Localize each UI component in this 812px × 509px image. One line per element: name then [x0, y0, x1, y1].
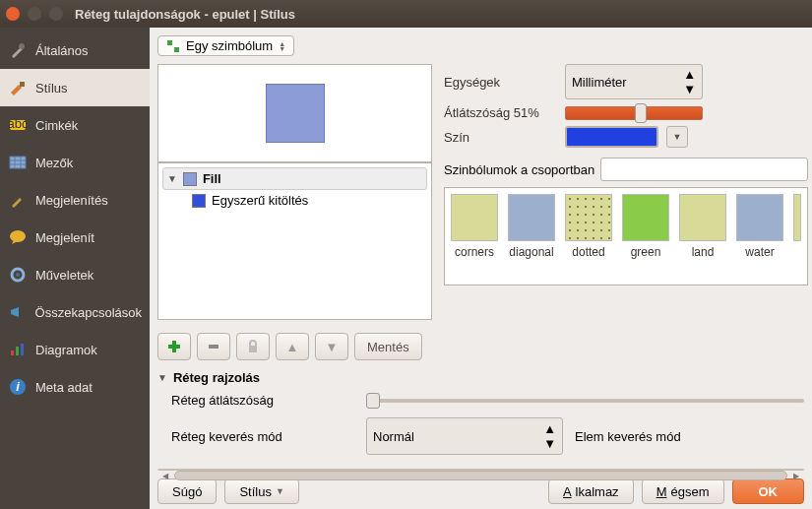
- thumb-corners[interactable]: corners: [451, 194, 498, 279]
- sidebar-item-labels[interactable]: abc Cimkék: [0, 106, 150, 144]
- color-label: Szín: [444, 130, 557, 145]
- symbol-layer-tree[interactable]: ▼ Fill Egyszerű kitöltés: [157, 162, 432, 320]
- triangle-up-icon: ▲: [286, 340, 299, 354]
- symbols-group-input[interactable]: [600, 158, 808, 181]
- thumb-diagonal[interactable]: diagonal: [508, 194, 555, 279]
- opacity-slider[interactable]: [565, 106, 703, 120]
- scroll-left-icon[interactable]: ◀: [158, 470, 172, 481]
- sidebar-label: Általános: [35, 43, 88, 58]
- units-label: Egységek: [444, 75, 557, 90]
- tree-label: Egyszerű kitöltés: [212, 193, 308, 208]
- units-value: Milliméter: [572, 75, 627, 90]
- move-up-button[interactable]: ▲: [276, 333, 309, 360]
- symbol-mode-label: Egy szimbólum: [186, 38, 273, 53]
- slider-handle[interactable]: [635, 103, 647, 123]
- scroll-right-icon[interactable]: ▶: [789, 470, 803, 481]
- remove-layer-button[interactable]: [197, 333, 230, 360]
- sidebar-item-rendering[interactable]: Megjelenítés: [0, 181, 150, 219]
- spinner-icon: ▲▼: [683, 67, 696, 96]
- chevron-down-icon: ▼: [276, 486, 284, 496]
- svg-rect-17: [167, 40, 172, 45]
- svg-rect-22: [249, 346, 257, 352]
- arrow-down-icon: ▼: [157, 372, 167, 383]
- window-title: Réteg tulajdonságok - epulet | Stílus: [75, 7, 295, 22]
- horizontal-scrollbar[interactable]: ◀ ▶: [157, 469, 804, 471]
- sidebar-label: Mezők: [35, 156, 73, 170]
- brush-icon: [8, 78, 28, 97]
- layer-opacity-slider[interactable]: [366, 399, 804, 403]
- style-menu-button[interactable]: Stílus▼: [224, 478, 298, 504]
- table-icon: [8, 153, 28, 172]
- thumb-dotted[interactable]: dotted: [565, 194, 612, 279]
- triangle-down-icon: ▼: [326, 340, 339, 354]
- sidebar-label: Összekapcsolások: [35, 305, 142, 320]
- sidebar-item-fields[interactable]: Mezők: [0, 144, 150, 181]
- cancel-button[interactable]: Mégsem: [642, 478, 724, 504]
- color-dropdown-button[interactable]: ▼: [666, 126, 688, 148]
- symbol-preview: [157, 64, 432, 162]
- paintbrush-icon: [8, 190, 28, 210]
- slider-handle[interactable]: [366, 393, 380, 409]
- sidebar-label: Diagramok: [35, 343, 97, 357]
- sidebar-item-general[interactable]: Általános: [0, 32, 150, 69]
- symbol-thumbnails: corners diagonal dotted green land water: [444, 187, 808, 286]
- tree-label: Fill: [203, 171, 221, 186]
- apply-button[interactable]: Alkalmaz: [548, 478, 634, 504]
- arrow-down-icon: ▼: [167, 173, 177, 184]
- layer-blend-label: Réteg keverés mód: [157, 429, 354, 444]
- wrench-icon: [8, 40, 28, 60]
- svg-point-11: [16, 273, 20, 277]
- sidebar-item-metadata[interactable]: i Meta adat: [0, 368, 150, 406]
- symbols-group-label: Szinbólumok a csoportban: [444, 162, 594, 177]
- lock-layer-button[interactable]: [236, 333, 270, 360]
- color-button[interactable]: [565, 126, 658, 148]
- tree-row-simple-fill[interactable]: Egyszerű kitöltés: [162, 190, 427, 211]
- spinner-icon: ▲▼: [543, 421, 556, 451]
- thumb-land[interactable]: land: [679, 194, 726, 279]
- sidebar-item-joins[interactable]: Összekapcsolások: [0, 293, 150, 331]
- layer-blend-select[interactable]: Normál ▲▼: [366, 417, 563, 455]
- sidebar-label: Stílus: [35, 81, 68, 95]
- window-maximize-icon[interactable]: [49, 7, 63, 21]
- thumb-green[interactable]: green: [622, 194, 669, 279]
- minus-icon: [207, 340, 220, 353]
- tree-row-fill[interactable]: ▼ Fill: [162, 167, 427, 190]
- svg-rect-1: [20, 82, 25, 87]
- svg-rect-21: [209, 345, 219, 349]
- tag-icon: abc: [8, 115, 28, 135]
- sidebar-item-style[interactable]: Stílus: [0, 69, 150, 106]
- add-layer-button[interactable]: [157, 333, 191, 360]
- scroll-thumb[interactable]: [174, 471, 787, 480]
- thumb-water[interactable]: water: [736, 194, 783, 279]
- sidebar-item-display[interactable]: Megjelenít: [0, 219, 150, 256]
- save-button[interactable]: Mentés: [354, 333, 422, 360]
- help-button[interactable]: Súgó: [157, 478, 217, 504]
- blend-value: Normál: [373, 429, 414, 444]
- swatch-icon: [183, 172, 197, 186]
- units-select[interactable]: Milliméter ▲▼: [565, 64, 703, 99]
- preview-swatch: [266, 84, 325, 143]
- bubble-icon: [8, 227, 28, 247]
- ok-button[interactable]: OK: [732, 478, 805, 504]
- sidebar-label: Meta adat: [35, 380, 93, 395]
- window-close-icon[interactable]: [6, 7, 20, 21]
- plus-icon: [167, 340, 181, 353]
- opacity-label: Átlátszóság 51%: [444, 105, 557, 120]
- sidebar-item-actions[interactable]: Műveletek: [0, 256, 150, 293]
- sidebar-item-diagrams[interactable]: Diagramok: [0, 331, 150, 368]
- gear-icon: [8, 265, 28, 285]
- layer-opacity-label: Réteg átlátszóság: [157, 393, 354, 408]
- svg-rect-18: [174, 47, 179, 52]
- svg-point-0: [19, 43, 25, 49]
- megaphone-icon: [8, 302, 28, 322]
- svg-rect-14: [21, 344, 24, 355]
- svg-point-9: [10, 230, 26, 242]
- symbol-mode-select[interactable]: Egy szimbólum ▲▼: [157, 35, 294, 56]
- svg-rect-20: [168, 345, 180, 349]
- thumb-edge[interactable]: [793, 194, 801, 241]
- svg-text:i: i: [16, 379, 20, 394]
- move-down-button[interactable]: ▼: [315, 333, 348, 360]
- window-minimize-icon[interactable]: [28, 7, 41, 21]
- chart-icon: [8, 340, 28, 359]
- sidebar: Általános Stílus abc Cimkék Mezők Megjel…: [0, 28, 150, 509]
